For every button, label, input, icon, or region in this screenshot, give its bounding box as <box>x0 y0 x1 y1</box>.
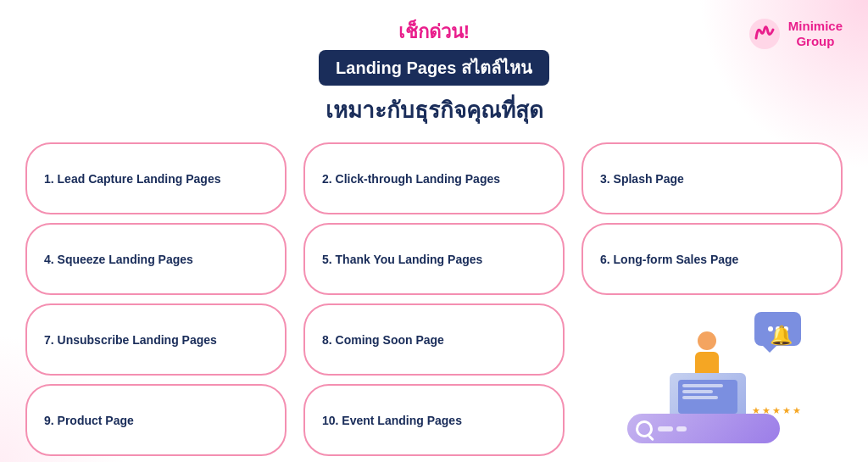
person-area <box>670 318 754 420</box>
logo-icon <box>748 17 782 51</box>
illustration: 🔔 <box>619 308 805 452</box>
list-item[interactable]: 8. Coming Soon Page <box>303 303 565 376</box>
list-item[interactable]: 2. Click-through Landing Pages <box>303 142 565 214</box>
bell-icon: 🔔 <box>770 325 793 347</box>
list-item[interactable]: 9. Product Page <box>25 384 287 456</box>
star-icon: ★ <box>772 405 781 416</box>
list-item[interactable]: 7. Unsubscribe Landing Pages <box>25 303 287 376</box>
screen-line <box>682 384 723 387</box>
search-dots <box>658 426 687 431</box>
list-item[interactable]: 3. Splash Page <box>581 142 843 214</box>
person-head <box>698 331 716 350</box>
person-figure <box>695 331 719 377</box>
search-dot <box>658 426 673 431</box>
illustration-area: 🔔 <box>581 303 843 456</box>
star-icon: ★ <box>793 405 801 416</box>
header-line3: เหมาะกับธุรกิจคุณที่สุด <box>25 92 843 127</box>
screen-line <box>682 390 713 393</box>
main-container: เช็กด่วน! Landing Pages สไตล์ไหน เหมาะกั… <box>0 0 868 462</box>
star-icon: ★ <box>782 405 791 416</box>
search-icon <box>636 420 653 437</box>
search-line <box>648 434 654 441</box>
screen-line <box>682 396 718 399</box>
search-bar <box>627 414 780 443</box>
svg-point-0 <box>749 19 780 49</box>
header: เช็กด่วน! Landing Pages สไตล์ไหน เหมาะกั… <box>25 17 843 127</box>
list-item[interactable]: 10. Event Landing Pages <box>303 384 565 456</box>
list-item[interactable]: 4. Squeeze Landing Pages <box>25 223 287 295</box>
laptop <box>670 373 746 420</box>
items-grid: 1. Lead Capture Landing Pages 2. Click-t… <box>25 142 843 456</box>
logo-text: Minimice Group <box>788 19 843 49</box>
list-item[interactable]: 1. Lead Capture Landing Pages <box>25 142 287 214</box>
header-line2: Landing Pages สไตล์ไหน <box>319 50 549 86</box>
header-line1: เช็กด่วน! <box>25 17 843 47</box>
list-item[interactable]: 5. Thank You Landing Pages <box>303 223 565 295</box>
logo: Minimice Group <box>748 17 843 51</box>
laptop-screen <box>678 380 737 414</box>
search-dot <box>676 426 687 431</box>
list-item[interactable]: 6. Long-form Sales Page <box>581 223 843 295</box>
